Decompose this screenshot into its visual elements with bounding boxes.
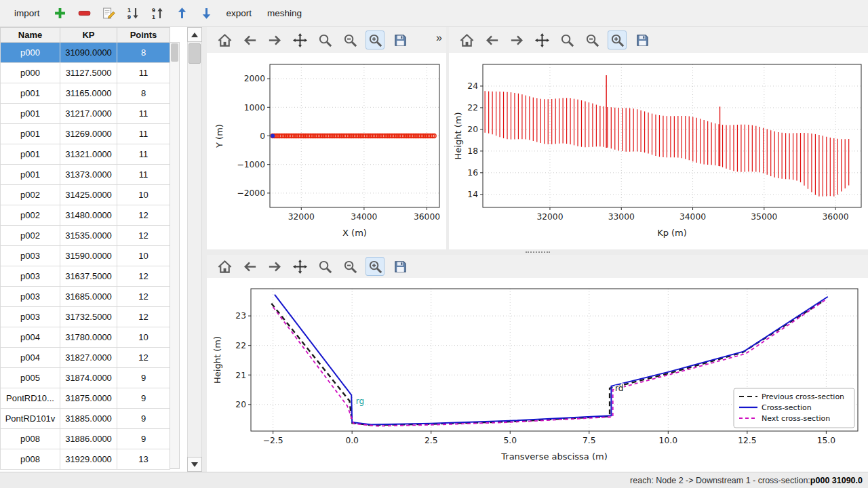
table-row[interactable]: p00831929.000013 [1,449,170,470]
table-row[interactable]: p00231480.000012 [1,205,170,226]
save-button[interactable] [391,257,410,276]
svg-text:32000: 32000 [288,212,315,222]
add-cross-section-button[interactable] [51,4,69,22]
plan-view-figure[interactable]: 320003400036000−2000−1000010002000X (m)Y… [207,53,446,249]
table-row[interactable]: p00331732.500012 [1,307,170,327]
scroll-down-button[interactable] [187,457,202,472]
meshing-button[interactable]: meshing [262,5,307,21]
save-icon [635,33,650,48]
table-row[interactable]: p00831886.00009 [1,429,170,449]
home-button[interactable] [457,30,476,49]
move-down-button[interactable] [197,4,216,22]
vertical-splitter[interactable] [202,27,207,472]
profile-plot-toolbar [449,27,868,53]
profile-figure[interactable]: 3200033000340003500036000141618202224Kp … [449,53,868,249]
table-row[interactable]: p00431827.000012 [1,348,170,368]
edit-button[interactable] [100,4,118,22]
zoom-out-button[interactable] [340,257,359,276]
remove-cross-section-button[interactable] [75,4,94,22]
zoom-out-icon [342,33,358,48]
legend: Previous cross-sectionCross-sectionNext … [734,388,854,428]
export-button[interactable]: export [222,5,257,21]
table-row[interactable]: p00031090.00008 [1,43,170,63]
forward-icon [267,259,283,274]
x-axis-label: Transverse abscissa (m) [500,451,608,462]
zoom-out-button[interactable] [340,30,359,49]
forward-button[interactable] [265,30,284,49]
cell-name: PontRD10... [1,388,60,409]
table-row[interactable]: PontRD101v31885.00009 [1,409,170,429]
home-button[interactable] [215,257,234,276]
table-row[interactable]: PontRD10...31875.00009 [1,388,170,409]
column-header-kp[interactable]: KP [60,28,117,43]
svg-text:9: 9 [151,7,155,14]
svg-text:36000: 36000 [414,212,440,222]
back-button[interactable] [482,30,501,49]
panel-scrollbar-thumb[interactable] [189,43,201,64]
table-row[interactable]: p00431780.000010 [1,327,170,348]
back-button[interactable] [240,257,259,276]
save-button[interactable] [391,30,410,49]
column-header-name[interactable]: Name [1,28,60,43]
table-row[interactable]: p00031127.500011 [1,63,170,83]
pan-button[interactable] [532,30,551,49]
toolbar-overflow-button[interactable]: » [436,32,442,44]
x-axis-label: X (m) [342,228,367,238]
zoom-out-button[interactable] [583,30,601,49]
arrow-up-icon [175,6,189,20]
zoom-button[interactable] [557,30,576,49]
cell-name: p002 [1,185,60,205]
table-row[interactable]: p00331637.500012 [1,266,170,287]
series-cross-section-positions [271,134,436,138]
move-up-button[interactable] [173,4,191,22]
cross-sections-table[interactable]: NameKPPoints p00031090.00008p00031127.50… [0,27,170,470]
zoom-button[interactable] [315,257,334,276]
save-button[interactable] [633,30,652,49]
triangle-up-icon [191,33,198,37]
panel-scrollbar[interactable] [187,27,202,472]
column-header-points[interactable]: Points [117,28,170,43]
table-row[interactable]: p00131269.000011 [1,124,170,144]
pan-button[interactable] [290,257,309,276]
table-row[interactable]: p00231425.000010 [1,185,170,205]
figure-plan[interactable]: 320003400036000−2000−1000010002000X (m)Y… [207,53,446,249]
figure-profile[interactable]: 3200033000340003500036000141618202224Kp … [449,53,868,249]
cell-kp: 31827.0000 [60,348,117,368]
forward-button[interactable] [507,30,526,49]
back-button[interactable] [240,30,259,49]
panel-scrollbar-track[interactable] [187,42,202,457]
svg-text:1: 1 [151,14,155,20]
table-row[interactable]: p00331590.000010 [1,246,170,266]
cell-points: 11 [117,63,170,83]
import-button[interactable]: import [9,5,45,21]
cell-name: p000 [1,43,60,63]
cell-kp: 31637.5000 [60,266,117,287]
splitter-handle-icon [526,251,550,253]
cell-points: 13 [117,449,170,470]
zoom-button[interactable] [315,30,334,49]
sort-ascending-button[interactable]: 91 [149,4,167,22]
table-row[interactable]: p00331685.000012 [1,287,170,307]
zoom-in-button[interactable] [608,30,627,49]
table-row[interactable]: p00231535.000012 [1,226,170,246]
svg-text:34000: 34000 [351,212,377,222]
pan-button[interactable] [290,30,309,49]
table-row[interactable]: p00131165.00008 [1,83,170,104]
minus-icon [77,6,92,20]
home-button[interactable] [215,30,234,49]
zoom-in-button[interactable] [366,257,384,276]
table-row[interactable]: p00131373.000011 [1,165,170,185]
scroll-up-button[interactable] [187,27,202,42]
sort-descending-button[interactable]: 19 [124,4,142,22]
cell-kp: 31373.0000 [60,165,117,185]
zoom-in-button[interactable] [366,30,384,49]
figure-xsection[interactable]: −2.50.02.55.07.510.012.515.020212223Tran… [207,278,868,472]
cross-section-figure[interactable]: −2.50.02.55.07.510.012.515.020212223Tran… [207,278,868,472]
forward-button[interactable] [265,257,284,276]
table-row[interactable]: p00531874.00009 [1,368,170,388]
horizontal-splitter[interactable] [207,249,868,255]
table-row[interactable]: p00131321.000011 [1,144,170,165]
table-scrollbar-thumb[interactable] [171,43,178,62]
table-row[interactable]: p00131217.000011 [1,104,170,124]
table-scrollbar[interactable] [170,42,180,469]
